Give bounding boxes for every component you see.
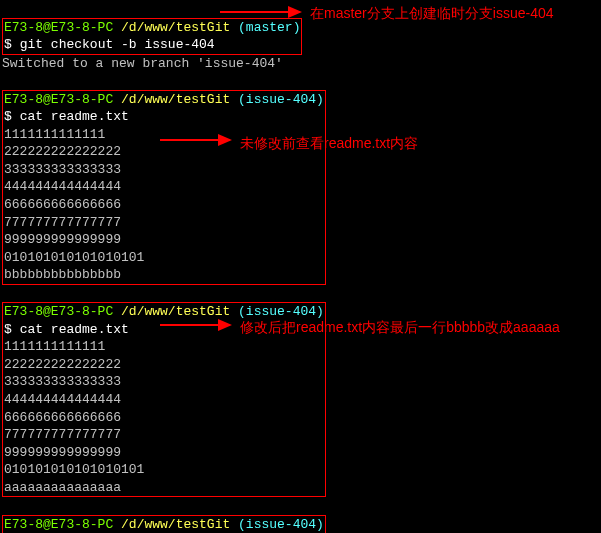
file-line: 1111111111111 [4,339,105,354]
file-line: aaaaaaaaaaaaaaa [4,480,121,495]
cmd-checkout: git checkout -b issue-404 [20,37,215,52]
file-line: 1111111111111 [4,127,105,142]
prompt-path: /d/www/testGit [121,517,230,532]
out-switched: Switched to a new branch 'issue-404' [2,56,283,71]
file-line: 010101010101010101 [4,250,144,265]
prompt-user: E73-8@E73-8-PC [4,92,113,107]
file-line: 777777777777777 [4,427,121,442]
file-line: 999999999999999 [4,232,121,247]
file-line: 333333333333333 [4,162,121,177]
file-line: 444444444444444 [4,179,121,194]
annotation-2: 未修改前查看readme.txt内容 [240,134,418,153]
annotation-3: 修改后把readme.txt内容最后一行bbbbb改成aaaaaa [240,318,560,337]
prompt-user: E73-8@E73-8-PC [4,304,113,319]
file-line: 010101010101010101 [4,462,144,477]
file-line: 222222222222222 [4,357,121,372]
prompt-path: /d/www/testGit [121,304,230,319]
dollar: $ [4,109,12,124]
annotation-1: 在master分支上创建临时分支issue-404 [310,4,554,23]
block-add: E73-8@E73-8-PC /d/www/testGit (issue-404… [2,515,326,533]
file-line: 444444444444444 [4,392,121,407]
terminal: E73-8@E73-8-PC /d/www/testGit (master) $… [0,0,601,533]
block-cat1: E73-8@E73-8-PC /d/www/testGit (issue-404… [2,90,326,285]
prompt-user: E73-8@E73-8-PC [4,517,113,532]
dollar: $ [4,37,12,52]
file-line: 666666666666666 [4,410,121,425]
block-checkout: E73-8@E73-8-PC /d/www/testGit (master) $… [2,18,302,55]
prompt-path: /d/www/testGit [121,92,230,107]
cmd-cat2: cat readme.txt [20,322,129,337]
file-line: 666666666666666 [4,197,121,212]
file-line: 999999999999999 [4,445,121,460]
file-line: 222222222222222 [4,144,121,159]
file-line: 777777777777777 [4,215,121,230]
prompt-branch: (issue-404) [238,92,324,107]
file-line: 333333333333333 [4,374,121,389]
prompt-path: /d/www/testGit [121,20,230,35]
prompt-branch: (issue-404) [238,517,324,532]
file-line: bbbbbbbbbbbbbbb [4,267,121,282]
prompt-user: E73-8@E73-8-PC [4,20,113,35]
dollar: $ [4,322,12,337]
prompt-branch: (master) [238,20,300,35]
cmd-cat1: cat readme.txt [20,109,129,124]
